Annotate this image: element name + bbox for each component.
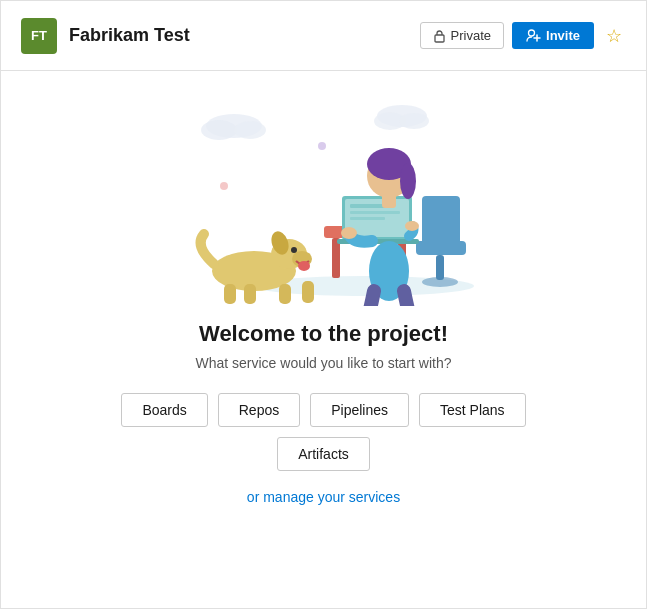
svg-rect-40: [302, 281, 314, 303]
star-button[interactable]: ☆: [602, 23, 626, 49]
svg-point-31: [341, 227, 357, 239]
boards-button[interactable]: Boards: [121, 393, 207, 427]
invite-button[interactable]: Invite: [512, 22, 594, 49]
svg-rect-41: [224, 284, 236, 304]
private-label: Private: [451, 28, 491, 43]
project-name: Fabrikam Test: [69, 25, 420, 46]
svg-point-6: [234, 121, 266, 139]
svg-rect-39: [279, 284, 291, 304]
svg-point-10: [220, 182, 228, 190]
test-plans-button[interactable]: Test Plans: [419, 393, 526, 427]
header-actions: Private Invite ☆: [420, 22, 626, 49]
svg-point-5: [201, 120, 237, 140]
svg-rect-17: [416, 241, 466, 255]
svg-rect-24: [350, 217, 385, 220]
svg-point-32: [405, 221, 419, 231]
header: FT Fabrikam Test Private Invite ☆: [1, 1, 646, 71]
svg-rect-14: [332, 238, 340, 278]
repos-button[interactable]: Repos: [218, 393, 300, 427]
svg-point-11: [318, 142, 326, 150]
svg-rect-18: [436, 255, 444, 280]
svg-rect-42: [244, 284, 256, 304]
invite-icon: [526, 29, 541, 42]
artifacts-button[interactable]: Artifacts: [277, 437, 370, 471]
svg-rect-0: [435, 35, 444, 42]
svg-rect-23: [350, 211, 400, 214]
illustration-area: [21, 81, 626, 311]
svg-point-9: [399, 113, 429, 129]
svg-rect-16: [422, 196, 460, 248]
svg-point-29: [400, 163, 416, 199]
svg-point-36: [298, 261, 310, 271]
lock-icon: [433, 29, 446, 43]
svg-point-37: [291, 247, 297, 253]
invite-label: Invite: [546, 28, 580, 43]
svg-point-1: [529, 30, 535, 36]
service-buttons-row2: Artifacts: [277, 437, 370, 471]
main-content: Welcome to the project! What service wou…: [1, 71, 646, 608]
welcome-subtitle: What service would you like to start wit…: [196, 355, 452, 371]
avatar: FT: [21, 18, 57, 54]
private-button[interactable]: Private: [420, 22, 504, 49]
svg-rect-30: [382, 194, 396, 208]
welcome-illustration: [154, 86, 494, 306]
welcome-title: Welcome to the project!: [199, 321, 448, 347]
service-buttons-row1: Boards Repos Pipelines Test Plans: [121, 393, 525, 427]
app-window: FT Fabrikam Test Private Invite ☆: [0, 0, 647, 609]
pipelines-button[interactable]: Pipelines: [310, 393, 409, 427]
manage-services-link[interactable]: or manage your services: [247, 489, 400, 505]
svg-point-19: [422, 277, 458, 287]
